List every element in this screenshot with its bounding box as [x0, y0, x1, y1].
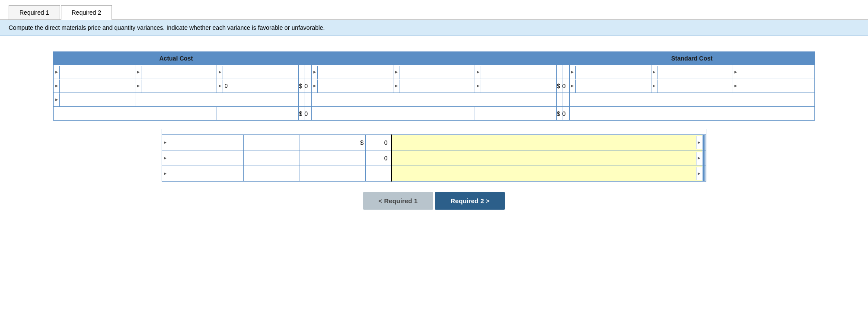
cell-std-2b[interactable]: ▶: [651, 79, 733, 93]
dollar-sign-actual: [299, 65, 304, 79]
input-actual-1b[interactable]: [141, 66, 217, 79]
arrow-var2-yellow[interactable]: ▶: [696, 152, 702, 165]
input-std-1a[interactable]: [576, 66, 651, 79]
input-std-1b[interactable]: [657, 66, 733, 79]
cell-actual-3bc: [135, 93, 299, 107]
arrow-var1-yellow[interactable]: ▶: [696, 136, 702, 149]
cell-actual-1a[interactable]: ▶: [54, 65, 135, 79]
var2-value: 0: [366, 150, 392, 166]
cell-actual-2c[interactable]: ▶: [217, 79, 299, 93]
input-var1-yellow[interactable]: [392, 136, 696, 149]
input-actual-2b[interactable]: [141, 80, 217, 93]
prev-button[interactable]: < Required 1: [363, 192, 433, 210]
mid-dollar-header: [557, 52, 562, 65]
next-button[interactable]: Required 2 >: [435, 192, 505, 210]
arrow-actual-1c[interactable]: ▶: [217, 66, 223, 79]
arrow-std-2c[interactable]: ▶: [733, 80, 739, 93]
input-var1a[interactable]: [168, 136, 243, 149]
input-mid-1b[interactable]: [399, 66, 475, 79]
cell-mid-2c[interactable]: ▶: [475, 79, 557, 93]
cell-std-2a[interactable]: ▶: [569, 79, 651, 93]
arrow-std-2b[interactable]: ▶: [651, 80, 657, 93]
input-mid-2b[interactable]: [399, 80, 475, 93]
var1-value: 0: [366, 135, 392, 150]
input-var3-yellow[interactable]: [392, 167, 696, 180]
arrow-actual-1a[interactable]: ▶: [54, 66, 60, 79]
arrow-var2a[interactable]: ▶: [162, 152, 168, 165]
input-std-2b[interactable]: [657, 80, 733, 93]
arrow-actual-2a[interactable]: ▶: [54, 80, 60, 93]
cell-std-1c[interactable]: ▶: [733, 65, 814, 79]
input-actual-3a[interactable]: [60, 93, 135, 106]
variance-row-3: ▶ ▶: [162, 166, 706, 182]
input-mid-1c[interactable]: [481, 66, 556, 79]
var1-yellow[interactable]: ▶: [392, 135, 702, 150]
arrow-std-1b[interactable]: ▶: [651, 66, 657, 79]
arrow-var1a[interactable]: ▶: [162, 136, 168, 149]
cell-std-1a[interactable]: ▶: [569, 65, 651, 79]
arrow-var3-yellow[interactable]: ▶: [696, 167, 702, 180]
cell-actual-1c[interactable]: ▶: [217, 65, 299, 79]
input-var2a[interactable]: [168, 152, 243, 165]
arrow-var3a[interactable]: ▶: [162, 167, 168, 180]
actual-total-num: 0: [304, 107, 312, 121]
arrow-mid-1b[interactable]: ▶: [393, 66, 399, 79]
input-std-2a[interactable]: [576, 80, 651, 93]
cell-actual-2a[interactable]: ▶: [54, 79, 135, 93]
var1-left-b: [244, 135, 300, 150]
tabs-row: Required 1 Required 2: [0, 0, 868, 20]
totals-row: $ 0 $ 0: [54, 107, 814, 121]
cell-std-1b[interactable]: ▶: [651, 65, 733, 79]
cell-std-2c[interactable]: ▶: [733, 79, 814, 93]
input-actual-2c[interactable]: [223, 80, 298, 93]
input-actual-2a[interactable]: [60, 80, 135, 93]
arrow-mid-2c[interactable]: ▶: [475, 80, 481, 93]
input-std-2c[interactable]: [739, 80, 814, 93]
var1-left-a[interactable]: ▶: [162, 135, 244, 150]
arrow-mid-1a[interactable]: ▶: [312, 66, 318, 79]
cell-mid-1b[interactable]: ▶: [393, 65, 475, 79]
var3-yellow[interactable]: ▶: [392, 166, 702, 182]
input-var3a[interactable]: [168, 167, 243, 180]
cell-mid-1c[interactable]: ▶: [475, 65, 557, 79]
arrow-std-2a[interactable]: ▶: [570, 80, 576, 93]
input-mid-2c[interactable]: [481, 80, 556, 93]
arrow-mid-2a[interactable]: ▶: [312, 80, 318, 93]
nav-buttons: < Required 1 Required 2 >: [9, 192, 859, 210]
var3-left-a[interactable]: ▶: [162, 166, 244, 182]
cell-mid-1a[interactable]: ▶: [312, 65, 393, 79]
arrow-actual-1b[interactable]: ▶: [135, 66, 141, 79]
cell-mid-2a[interactable]: ▶: [312, 79, 393, 93]
cell-actual-2b[interactable]: ▶: [135, 79, 217, 93]
var2-yellow[interactable]: ▶: [392, 150, 702, 166]
table-row: ▶: [54, 93, 814, 107]
arrow-actual-2c[interactable]: ▶: [217, 80, 223, 93]
cell-mid-2b[interactable]: ▶: [393, 79, 475, 93]
arrow-mid-1c[interactable]: ▶: [475, 66, 481, 79]
input-actual-1c[interactable]: [223, 66, 298, 79]
actual-total-dollar: $: [299, 107, 304, 121]
arrow-mid-2b[interactable]: ▶: [393, 80, 399, 93]
input-mid-1a[interactable]: [318, 66, 393, 79]
actual-dollar: $: [299, 79, 304, 93]
var3-value: [366, 166, 392, 182]
input-std-1c[interactable]: [739, 66, 814, 79]
cell-actual-1b[interactable]: ▶: [135, 65, 217, 79]
arrow-std-1c[interactable]: ▶: [733, 66, 739, 79]
mid-value: 0: [562, 79, 569, 93]
var1-dollar: $: [356, 135, 366, 150]
input-mid-2a[interactable]: [318, 80, 393, 93]
input-actual-1a[interactable]: [60, 66, 135, 79]
input-var2-yellow[interactable]: [392, 152, 696, 165]
std-cells-3: [569, 93, 814, 107]
arrow-actual-3a[interactable]: ▶: [54, 93, 60, 106]
mid-dollar-3: [557, 93, 562, 107]
var2-left-a[interactable]: ▶: [162, 150, 244, 166]
tab-required1[interactable]: Required 1: [9, 5, 60, 19]
tab-required2[interactable]: Required 2: [61, 5, 112, 20]
arrow-actual-2b[interactable]: ▶: [135, 80, 141, 93]
var3-dollar-empty: [356, 166, 366, 182]
cell-actual-3a[interactable]: ▶: [54, 93, 135, 107]
variance-row-2: ▶ 0 ▶: [162, 150, 706, 166]
arrow-std-1a[interactable]: ▶: [570, 66, 576, 79]
